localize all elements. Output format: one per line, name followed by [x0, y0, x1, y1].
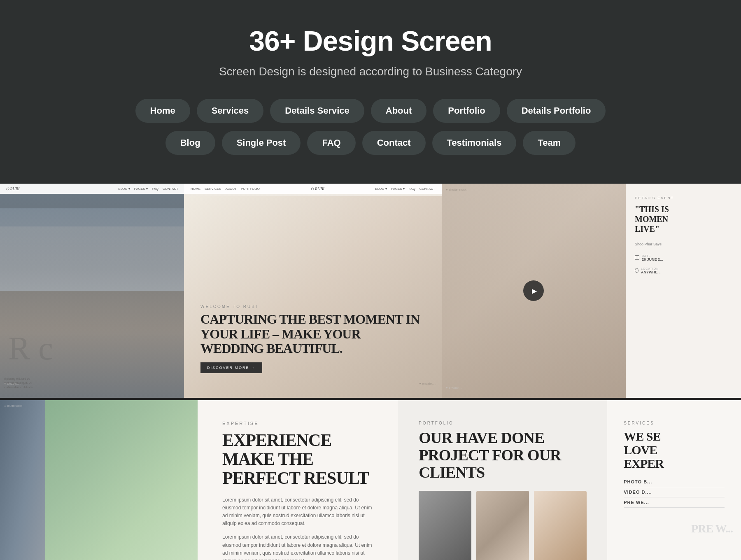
tags-row-1: Home Services Details Service About Port…	[16, 99, 725, 123]
tag-faq[interactable]: FAQ	[307, 131, 355, 155]
details-panel: DETAILS EVENT "THIS ISMOMENLIVE" Shoo Ph…	[626, 184, 741, 398]
header-section: 36+ Design Screen Screen Design is desig…	[0, 0, 741, 184]
lorem-text-1: dipiscing elit, sed do lore magna aliqua…	[4, 377, 180, 390]
location-icon	[635, 268, 638, 273]
services-card: SERVICES WE SELOVEEXPER PHOTO B... VIDEO…	[607, 400, 741, 560]
portfolio-card: PORTFOLIO OUR HAVE DONE PROJECT FOR OUR …	[398, 400, 607, 560]
tag-testimonials[interactable]: Testimonials	[432, 131, 517, 155]
portfolio-thumb-3	[534, 491, 587, 560]
service-item-3: PRE WE...	[624, 497, 725, 508]
portfolio-thumbs	[419, 491, 587, 560]
location-row: Location ANYWHE...	[635, 267, 732, 274]
gallery-bottom-row: ● shutterstock ● envato.... EXPERTISE EX…	[0, 400, 741, 560]
date-label: Date	[642, 254, 663, 257]
gallery-item-city-couple: ⊙ RUBI BLOG ▾ PAGES ▾ FAQ CONTACT ● enva…	[0, 184, 184, 398]
hero-content: WELCOME TO RUBI CAPTURING THE BEST MOMEN…	[200, 304, 425, 373]
details-quote: "THIS ISMOMENLIVE"	[635, 204, 732, 234]
portfolio-label: PORTFOLIO	[419, 421, 587, 425]
nav-link-services[interactable]: SERVICES	[205, 187, 221, 191]
gallery-bottom-couple-tree: ● envato....	[45, 400, 198, 560]
services-label: SERVICES	[624, 421, 725, 425]
tag-home[interactable]: Home	[135, 99, 190, 123]
nav-link-contact-1[interactable]: CONTACT	[163, 187, 178, 191]
nav-link-home[interactable]: HOME	[191, 187, 200, 191]
expertise-card: EXPERTISE EXPERIENCE MAKE THE PERFECT RE…	[198, 400, 398, 560]
nav-link-faq-2[interactable]: FAQ	[409, 187, 415, 191]
details-label: DETAILS EVENT	[635, 196, 732, 200]
nav-link-contact-2[interactable]: CONTACT	[419, 187, 435, 191]
watermark-2: ● envato....	[419, 382, 436, 385]
watermark-3b: ● envato....	[446, 386, 462, 390]
location-label: Location	[641, 267, 661, 270]
services-list: PHOTO B... VIDEO D.... PRE WE...	[624, 477, 725, 508]
brand-letter: R c	[8, 332, 53, 365]
tag-single-post[interactable]: Single Post	[222, 131, 301, 155]
nav-link-pages-2[interactable]: PAGES ▾	[391, 187, 405, 191]
portfolio-thumb-2	[476, 491, 529, 560]
discover-more-button[interactable]: DISCOVER MORE →	[200, 362, 262, 373]
service-item-2: VIDEO D....	[624, 487, 725, 497]
hero-heading: CAPTURING THE BEST MOMENT IN YOUR LIFE –…	[200, 312, 425, 356]
tags-row-2: Blog Single Post FAQ Contact Testimonial…	[16, 131, 725, 155]
location-value: ANYWHE...	[641, 270, 661, 274]
expertise-label: EXPERTISE	[222, 421, 373, 426]
main-title: 36+ Design Screen	[16, 25, 725, 57]
subtitle: Screen Design is designed according to B…	[16, 65, 725, 78]
welcome-text: WELCOME TO RUBI	[200, 304, 425, 309]
tag-services[interactable]: Services	[197, 99, 264, 123]
person-name: Shoo Phar Says	[635, 242, 732, 246]
expertise-para-1: Lorem ipsum dolor sit amet, consectetur …	[222, 496, 373, 528]
gallery-item-hero: HOME SERVICES ABOUT PORTFOLIO ⊙ RUBI BLO…	[184, 184, 442, 398]
watermark-3: ● shutterstock	[446, 188, 466, 191]
tag-portfolio[interactable]: Portfolio	[433, 99, 500, 123]
watermark-4: ● shutterstock	[4, 404, 22, 407]
tag-team[interactable]: Team	[523, 131, 576, 155]
nav-link-blog-2[interactable]: BLOG ▾	[375, 187, 387, 191]
gallery-bottom-small: ● shutterstock	[0, 400, 45, 560]
nav-logo-1: ⊙ RUBI	[6, 187, 19, 191]
tag-blog[interactable]: Blog	[165, 131, 215, 155]
service-item-1: PHOTO B...	[624, 477, 725, 487]
calendar-icon	[635, 255, 639, 260]
nav-logo-2: ⊙ RUBI	[310, 187, 324, 191]
gallery-item-intimate: ● shutterstock ● envato....	[442, 184, 626, 398]
tag-contact[interactable]: Contact	[362, 131, 426, 155]
nav-link-faq-1[interactable]: FAQ	[152, 187, 158, 191]
date-row: Date 26 JUNE 2...	[635, 254, 732, 261]
nav-link-pages-1[interactable]: PAGES ▾	[134, 187, 148, 191]
nav-link-portfolio[interactable]: PORTFOLIO	[241, 187, 260, 191]
gallery-top-row: ⊙ RUBI BLOG ▾ PAGES ▾ FAQ CONTACT ● enva…	[0, 184, 741, 398]
date-value: 26 JUNE 2...	[642, 257, 663, 261]
tag-about[interactable]: About	[371, 99, 427, 123]
services-heading: WE SELOVEEXPER	[624, 429, 725, 470]
nav-link-about[interactable]: ABOUT	[225, 187, 237, 191]
portfolio-thumb-1	[419, 491, 471, 560]
nav-link-blog-1[interactable]: BLOG ▾	[118, 187, 130, 191]
expertise-heading: EXPERIENCE MAKE THE PERFECT RESULT	[222, 431, 373, 488]
tag-details-service[interactable]: Details Service	[270, 99, 364, 123]
expertise-para-2: Lorem ipsum dolor sit amet, consectetur …	[222, 533, 373, 560]
tag-details-portfolio[interactable]: Details Portfolio	[507, 99, 606, 123]
portfolio-heading: OUR HAVE DONE PROJECT FOR OUR CLIENTS	[419, 429, 587, 481]
play-button[interactable]	[523, 280, 544, 301]
